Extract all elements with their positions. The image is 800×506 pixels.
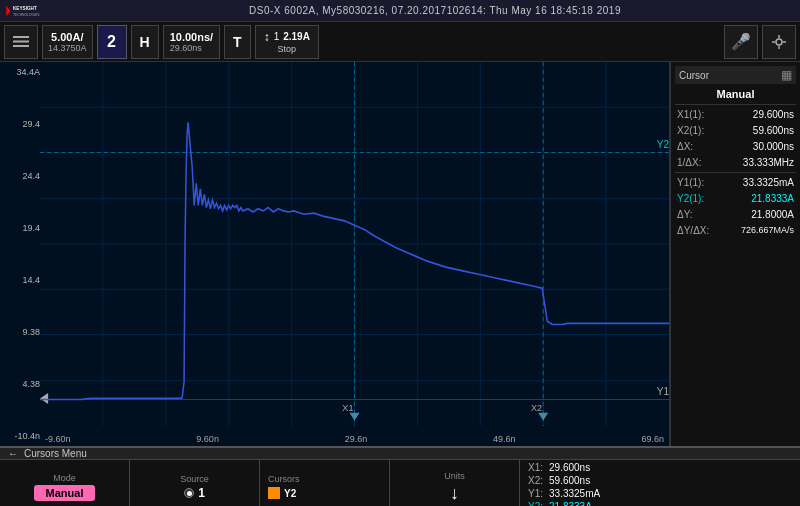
mic-icon[interactable]: 🎤 [724,25,758,59]
x-label-0: -9.60n [45,434,71,444]
x-axis: -9.60n 9.60n 29.6n 49.6n 69.6n [40,434,669,444]
main-area: 34.4A 29.4 24.4 19.4 14.4 9.38 4.38 -10.… [0,62,800,446]
readout-y1: Y1: 33.3325mA [528,488,600,499]
source-radio-btn[interactable] [184,488,194,498]
ch1-offset: 14.3750A [48,43,87,53]
cursor-dy-dx: ΔY/ΔX: 726.667MA/s [675,224,796,237]
cursor-header: Cursor ▦ [675,66,796,84]
cursor-dy: ΔY: 21.8000A [675,208,796,221]
units-arrow[interactable]: ↓ [450,483,459,504]
time-scale: 10.00ns/ [170,31,213,43]
svg-text:Y1: Y1 [657,385,669,397]
y-label-3: 19.4 [2,223,40,233]
cursor-x2: X2(1): 59.600ns [675,124,796,137]
source-label: Source [180,474,209,484]
inv-dx-value: 33.333MHz [743,157,794,168]
readout-x1: X1: 29.600ns [528,462,590,473]
header-bar: KEYSIGHT TECHNOLOGIES DS0-X 6002A, My580… [0,0,800,22]
cursor-mode: Manual [675,88,796,100]
y-axis: 34.4A 29.4 24.4 19.4 14.4 9.38 4.38 -10.… [0,62,40,446]
bottom-controls: Mode Manual Source 1 Cursors Y2 Units ↓ [0,460,800,506]
trigger-settings[interactable]: ↕ 1 2.19A Stop [255,25,319,59]
svg-text:KEYSIGHT: KEYSIGHT [13,6,37,11]
readout-x1-value: 29.600ns [549,462,590,473]
svg-text:X2: X2 [531,401,542,412]
readout-x1-label: X1: [528,462,543,473]
dy-label: ΔY: [677,209,693,220]
y-label-4: 14.4 [2,275,40,285]
trig-num: 1 [274,31,280,42]
mode-label: Mode [53,473,76,483]
logo-triangle [6,5,10,16]
menu-icon[interactable] [4,25,38,59]
x-label-1: 9.60n [196,434,219,444]
inv-dx-label: 1/ΔX: [677,157,701,168]
cursor-panel: Cursor ▦ Manual X1(1): 29.600ns X2(1): 5… [670,62,800,446]
y1-cursor-value: 33.3325mA [743,177,794,188]
y-label-0: 34.4A [2,67,40,77]
cursor-dx: ΔX: 30.000ns [675,140,796,153]
svg-rect-3 [13,40,29,42]
divider-1 [675,104,796,105]
ch2-num: 2 [107,33,116,51]
header-title: DS0-X 6002A, My58030216, 07.20.201710261… [75,5,795,16]
source-section[interactable]: Source 1 [130,460,260,506]
readout-x2-label: X2: [528,475,543,486]
H-button[interactable]: H [131,25,159,59]
svg-rect-2 [13,36,29,38]
y-label-6: 4.38 [2,379,40,389]
ch1-settings[interactable]: 5.00A/ 14.3750A [42,25,93,59]
oscilloscope-grid: Y2 Y1 X1 X2 [40,62,669,426]
keysight-logo: KEYSIGHT TECHNOLOGIES [5,3,65,19]
dy-value: 21.8000A [751,209,794,220]
stop-label: Stop [278,44,297,54]
cursor-x1: X1(1): 29.600ns [675,108,796,121]
y-label-1: 29.4 [2,119,40,129]
x-label-3: 49.6n [493,434,516,444]
y-label-5: 9.38 [2,327,40,337]
dx-value: 30.000ns [753,141,794,152]
readout-y2: Y2: 21.8333A [528,501,592,506]
x1-value: 29.600ns [753,109,794,120]
svg-rect-4 [13,45,29,47]
left-arrow-icon[interactable]: ← [8,448,18,459]
mode-section[interactable]: Mode Manual [0,460,130,506]
bottom-bar: ← Cursors Menu Mode Manual Source 1 Curs… [0,446,800,506]
x1-label: X1(1): [677,109,704,120]
svg-point-5 [776,39,782,45]
cursor-grid-icon[interactable]: ▦ [781,68,792,82]
y-label-7: -10.4n [2,431,40,441]
mode-button[interactable]: Manual [34,485,96,501]
cursors-section[interactable]: Cursors Y2 [260,460,390,506]
plot-area: 34.4A 29.4 24.4 19.4 14.4 9.38 4.38 -10.… [0,62,670,446]
cursors-y2-label: Y2 [284,488,296,499]
x2-label: X2(1): [677,125,704,136]
svg-marker-36 [40,393,48,404]
trig-arrow: ↕ [264,30,270,44]
cursor-title: Cursor [679,70,709,81]
cursor-color-indicator [268,487,280,499]
cursors-menu-label: Cursors Menu [24,448,87,459]
cursor-inv-dx: 1/ΔX: 33.333MHz [675,156,796,169]
dy-dx-value: 726.667MA/s [741,225,794,236]
cursors-y2-row: Y2 [268,487,296,499]
readout-x2-value: 59.600ns [549,475,590,486]
svg-marker-34 [538,413,548,421]
source-value: 1 [198,486,205,500]
source-radio[interactable]: 1 [184,486,205,500]
dy-dx-label: ΔY/ΔX: [677,225,709,236]
settings-icon[interactable] [762,25,796,59]
readout-y2-label: Y2: [528,501,543,506]
cursors-menu-row: ← Cursors Menu [0,448,800,460]
y2-cursor-value: 21.8333A [751,193,794,204]
x2-value: 59.600ns [753,125,794,136]
x-label-4: 69.6n [641,434,664,444]
y2-label-cursor: Y2(1): [677,193,704,204]
ch1-scale: 5.00A/ [51,31,83,43]
T-button[interactable]: T [224,25,251,59]
time-settings[interactable]: 10.00ns/ 29.60ns [163,25,220,59]
units-section[interactable]: Units ↓ [390,460,520,506]
ch2-badge[interactable]: 2 [97,25,127,59]
trig-val: 2.19A [283,31,310,42]
time-offset: 29.60ns [170,43,202,53]
